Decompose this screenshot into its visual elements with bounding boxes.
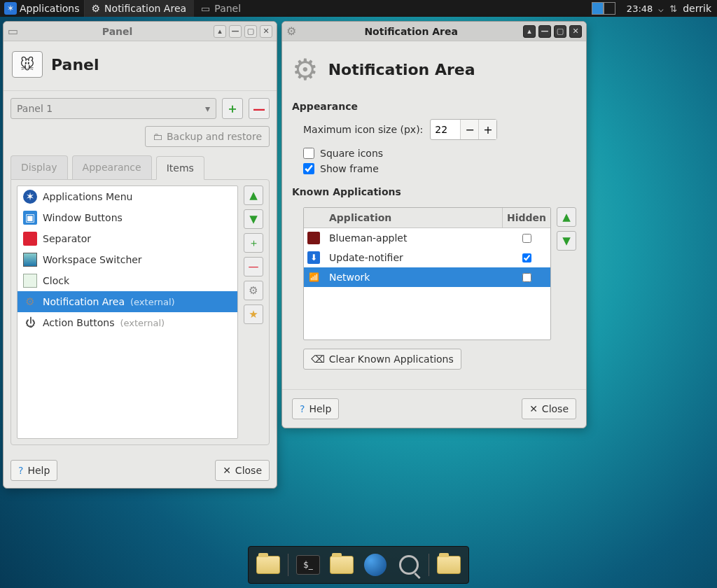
dock-home[interactable]	[326, 551, 357, 579]
item-about-button[interactable]: ★	[244, 304, 263, 324]
window-maximize-button[interactable]: ▢	[554, 25, 566, 38]
col-hidden[interactable]: Hidden	[503, 208, 550, 227]
list-item[interactable]: ⏻Action Buttons (external)	[18, 312, 237, 333]
remove-item-button[interactable]: —	[244, 257, 263, 276]
taskbar-item-panel[interactable]: ▭ Panel	[193, 0, 248, 17]
help-label: Help	[309, 403, 331, 414]
dock-terminal[interactable]: $_	[293, 551, 323, 579]
appearance-section-title: Appearance	[282, 98, 586, 118]
username-label[interactable]: derrik	[683, 3, 711, 14]
taskbar-item-label: Panel	[214, 3, 241, 14]
spinner-decrease-button[interactable]: −	[460, 120, 478, 139]
add-item-button[interactable]: ＋	[244, 233, 263, 253]
globe-icon	[364, 554, 387, 576]
max-icon-size-label: Maximum icon size (px):	[303, 124, 423, 135]
panel-preferences-window: ▭ Panel ▴ — ▢ ✕ 🐭 Panel Panel 1 ▾ ＋ — 🗀 …	[3, 21, 277, 489]
network-icon[interactable]: ⇅	[669, 4, 677, 14]
xfce-foot-icon: ✶	[4, 2, 17, 15]
spinner-increase-button[interactable]: +	[478, 120, 496, 139]
list-item[interactable]: ▣Window Buttons	[18, 207, 237, 228]
square-icons-input[interactable]	[303, 148, 314, 159]
applications-menu[interactable]: ✶ Applications	[0, 0, 84, 17]
dock-file-manager[interactable]	[253, 551, 284, 579]
panel-clock[interactable]: 23:48	[627, 4, 653, 14]
move-down-button[interactable]: ▼	[244, 209, 263, 229]
close-icon: ✕	[223, 465, 231, 476]
window-close-button[interactable]: ✕	[260, 25, 272, 38]
bluetooth-icon[interactable]: ⌵	[658, 4, 664, 14]
panel-icon: ▭	[201, 3, 210, 14]
list-item-label: Window Buttons	[43, 212, 123, 223]
window-minimize-button[interactable]: —	[229, 25, 242, 38]
show-frame-checkbox[interactable]: Show frame	[282, 161, 586, 176]
table-header: Application Hidden	[304, 208, 550, 228]
panel-selector-combo[interactable]: Panel 1 ▾	[11, 98, 216, 119]
list-item-label: Action Buttons	[43, 317, 114, 328]
app-move-down-button[interactable]: ▼	[557, 231, 576, 251]
help-button[interactable]: ? Help	[11, 460, 57, 481]
dock-web-browser[interactable]	[360, 551, 391, 579]
max-icon-size-spinner[interactable]: − +	[430, 119, 497, 140]
clear-known-apps-button[interactable]: ⌫ Clear Known Applications	[303, 349, 461, 370]
hidden-checkbox[interactable]	[522, 234, 531, 243]
terminal-icon: $_	[296, 555, 320, 575]
known-apps-table[interactable]: Application Hidden Blueman-applet ⬇ Upda…	[303, 207, 551, 340]
list-item[interactable]: ✶Applications Menu	[18, 186, 237, 207]
help-button[interactable]: ? Help	[292, 398, 339, 419]
applications-menu-label: Applications	[20, 3, 80, 14]
close-button[interactable]: ✕ Close	[522, 398, 576, 419]
move-up-button[interactable]: ▲	[244, 186, 263, 205]
taskbar-item-notification-area[interactable]: ⚙ Notification Area	[84, 0, 194, 17]
window-title: Panel	[21, 26, 214, 37]
window-close-button[interactable]: ✕	[569, 25, 582, 38]
workspace-switcher[interactable]	[592, 2, 615, 15]
remove-panel-button[interactable]: —	[249, 98, 270, 119]
titlebar[interactable]: ▭ Panel ▴ — ▢ ✕	[4, 22, 277, 41]
hidden-checkbox[interactable]	[522, 253, 531, 262]
list-item[interactable]: Clock	[18, 270, 237, 291]
external-tag: (external)	[130, 297, 175, 307]
folder-icon	[437, 556, 461, 574]
app-move-up-button[interactable]: ▲	[557, 207, 576, 227]
tab-items[interactable]: Items	[156, 156, 204, 180]
list-item-label: Notification Area	[43, 296, 125, 307]
table-row[interactable]: 📶 Network	[304, 267, 550, 287]
col-application[interactable]: Application	[323, 208, 503, 227]
table-row[interactable]: Blueman-applet	[304, 228, 550, 248]
close-button[interactable]: ✕ Close	[215, 460, 270, 481]
table-row[interactable]: ⬇ Update-notifier	[304, 248, 550, 267]
hidden-checkbox[interactable]	[522, 273, 531, 282]
item-action-buttons: ▲ ▼ ＋ — ⚙ ★	[244, 186, 263, 439]
add-panel-button[interactable]: ＋	[222, 98, 243, 119]
list-item[interactable]: ⚙Notification Area (external)	[18, 291, 237, 312]
items-list[interactable]: ✶Applications Menu ▣Window Buttons Separ…	[17, 186, 238, 439]
titlebar[interactable]: ⚙ Notification Area ▴ — ▢ ✕	[282, 22, 586, 41]
square-icons-checkbox[interactable]: Square icons	[282, 146, 586, 161]
backup-restore-button[interactable]: 🗀 Backup and restore	[145, 126, 270, 147]
gear-icon: ⚙	[92, 3, 101, 14]
help-icon: ?	[18, 465, 23, 476]
list-item-label: Clock	[43, 275, 69, 286]
dock-search[interactable]	[394, 551, 424, 579]
top-panel: ✶ Applications ⚙ Notification Area ▭ Pan…	[0, 0, 717, 17]
window-keep-above-button[interactable]: ▴	[214, 25, 226, 38]
window-maximize-button[interactable]: ▢	[244, 25, 257, 38]
dock: $_	[248, 546, 469, 584]
show-frame-input[interactable]	[303, 163, 314, 174]
window-minimize-button[interactable]: —	[538, 25, 551, 38]
folder-icon: 🗀	[153, 131, 162, 142]
external-tag: (external)	[120, 318, 165, 328]
list-item[interactable]: Separator	[18, 228, 237, 249]
network-icon: 📶	[307, 271, 320, 284]
tab-display[interactable]: Display	[11, 155, 68, 179]
list-item[interactable]: Workspace Switcher	[18, 249, 237, 270]
dock-folder[interactable]	[433, 551, 464, 579]
max-icon-size-input[interactable]	[431, 124, 460, 135]
show-frame-label: Show frame	[320, 163, 379, 174]
app-name: Blueman-applet	[323, 232, 503, 244]
tab-appearance[interactable]: Appearance	[72, 155, 152, 179]
separator-icon	[23, 232, 37, 246]
window-keep-above-button[interactable]: ▴	[523, 25, 536, 38]
notification-area-window: ⚙ Notification Area ▴ — ▢ ✕ ⚙ Notificati…	[281, 21, 587, 428]
item-properties-button[interactable]: ⚙	[244, 281, 263, 300]
